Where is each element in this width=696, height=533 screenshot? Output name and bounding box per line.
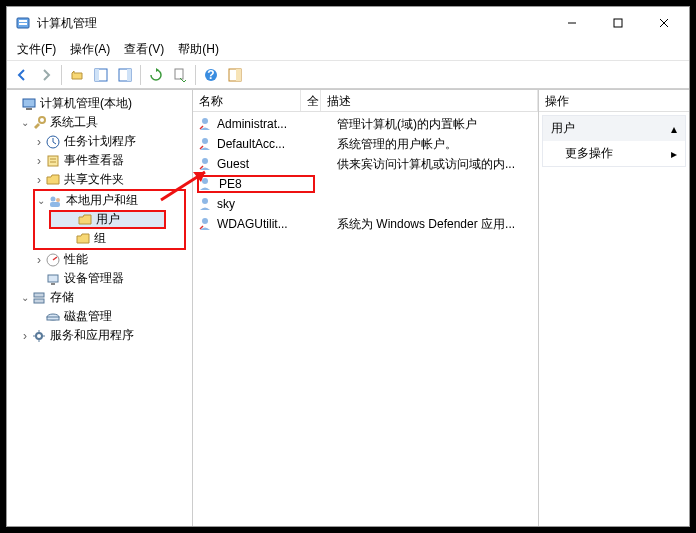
user-name: sky (217, 197, 317, 211)
actions-more[interactable]: 更多操作 ▸ (543, 141, 685, 166)
column-name[interactable]: 名称 (193, 90, 301, 111)
tree-label: 事件查看器 (64, 152, 124, 169)
svg-point-33 (36, 333, 42, 339)
twisty-icon[interactable] (33, 154, 45, 168)
user-description: 管理计算机(域)的内置帐户 (337, 116, 538, 133)
twisty-icon[interactable] (19, 329, 31, 343)
column-fullname[interactable]: 全 (301, 90, 321, 111)
help-button[interactable]: ? (200, 64, 222, 86)
forward-button[interactable] (35, 64, 57, 86)
twisty-icon[interactable] (33, 173, 45, 187)
tree-shared-folders[interactable]: 共享文件夹 (9, 170, 190, 189)
svg-rect-15 (236, 69, 241, 81)
tree-device-manager[interactable]: 设备管理器 (9, 269, 190, 288)
user-icon (197, 156, 213, 172)
storage-icon (31, 290, 47, 306)
user-description: 系统为 Windows Defender 应用... (337, 216, 538, 233)
disk-icon (45, 309, 61, 325)
tree-performance[interactable]: 性能 (9, 250, 190, 269)
list-item[interactable]: DefaultAcc... 系统管理的用户帐户。 (193, 134, 538, 154)
user-name: DefaultAcc... (217, 137, 317, 151)
actions-pane: 操作 用户 ▴ 更多操作 ▸ (539, 90, 689, 526)
tree-label: 系统工具 (50, 114, 98, 131)
user-name: PE8 (197, 175, 315, 193)
minimize-button[interactable] (549, 8, 595, 38)
highlight-box: 本地用户和组 用户 组 (33, 189, 186, 250)
device-icon (45, 271, 61, 287)
list-body[interactable]: Administrat... 管理计算机(域)的内置帐户 DefaultAcc.… (193, 112, 538, 526)
show-hide-tree-button[interactable] (90, 64, 112, 86)
twisty-icon[interactable] (33, 253, 45, 267)
menu-view[interactable]: 查看(V) (118, 39, 170, 60)
twisty-icon[interactable] (19, 292, 31, 303)
svg-rect-10 (127, 69, 131, 81)
twisty-icon[interactable] (19, 117, 31, 128)
list-header: 名称 全 描述 (193, 90, 538, 112)
event-icon (45, 153, 61, 169)
tree-system-tools[interactable]: 系统工具 (9, 113, 190, 132)
svg-point-40 (202, 198, 208, 204)
svg-rect-4 (614, 19, 622, 27)
maximize-button[interactable] (595, 8, 641, 38)
svg-rect-29 (34, 293, 44, 297)
actions-more-label: 更多操作 (565, 145, 613, 162)
close-button[interactable] (641, 8, 687, 38)
separator (61, 65, 62, 85)
app-window: 计算机管理 文件(F) 操作(A) 查看(V) 帮助(H) ? (6, 6, 690, 527)
svg-rect-30 (34, 299, 44, 303)
back-button[interactable] (11, 64, 33, 86)
performance-icon (45, 252, 61, 268)
app-icon (15, 15, 31, 31)
menubar: 文件(F) 操作(A) 查看(V) 帮助(H) (7, 39, 689, 61)
tree-services-apps[interactable]: 服务和应用程序 (9, 326, 190, 345)
menu-file[interactable]: 文件(F) (11, 39, 62, 60)
column-description[interactable]: 描述 (321, 90, 538, 111)
tree-label: 用户 (96, 211, 120, 228)
list-item[interactable]: Administrat... 管理计算机(域)的内置帐户 (193, 114, 538, 134)
tree-label: 组 (94, 230, 106, 247)
action-pane-button[interactable] (224, 64, 246, 86)
tree-groups[interactable]: 组 (35, 229, 184, 248)
tree-label: 任务计划程序 (64, 133, 136, 150)
actions-section-label: 用户 (551, 120, 575, 137)
folder-icon (77, 212, 93, 228)
svg-point-23 (51, 196, 56, 201)
window-title: 计算机管理 (37, 15, 549, 32)
tree-task-scheduler[interactable]: 任务计划程序 (9, 132, 190, 151)
list-pane: 名称 全 描述 Administrat... 管理计算机(域)的内置帐户 (193, 90, 539, 526)
tree-event-viewer[interactable]: 事件查看器 (9, 151, 190, 170)
window-buttons (549, 8, 687, 38)
list-item[interactable]: Guest 供来宾访问计算机或访问域的内... (193, 154, 538, 174)
tree-local-users-groups[interactable]: 本地用户和组 (35, 191, 184, 210)
services-icon (31, 328, 47, 344)
list-item[interactable]: WDAGUtilit... 系统为 Windows Defender 应用... (193, 214, 538, 234)
up-button[interactable] (66, 64, 88, 86)
actions-section-title[interactable]: 用户 ▴ (543, 116, 685, 141)
svg-rect-1 (19, 20, 27, 22)
user-name: WDAGUtilit... (217, 217, 317, 231)
user-name: Administrat... (217, 117, 317, 131)
twisty-icon[interactable] (33, 135, 45, 149)
properties-button[interactable] (114, 64, 136, 86)
tree-storage[interactable]: 存储 (9, 288, 190, 307)
refresh-button[interactable] (145, 64, 167, 86)
tree-disk-management[interactable]: 磁盘管理 (9, 307, 190, 326)
menu-action[interactable]: 操作(A) (64, 39, 116, 60)
list-item[interactable]: PE8 (193, 174, 538, 194)
tree-label: 计算机管理(本地) (40, 95, 132, 112)
tree-label: 设备管理器 (64, 270, 124, 287)
svg-point-38 (202, 158, 208, 164)
user-description: 供来宾访问计算机或访问域的内... (337, 156, 538, 173)
user-icon (197, 116, 213, 132)
list-item[interactable]: sky (193, 194, 538, 214)
tree-users[interactable]: 用户 (49, 210, 166, 229)
tree-pane[interactable]: 计算机管理(本地) 系统工具 任务计划程序 事件查看器 共享文件夹 (7, 90, 193, 526)
user-name: Guest (217, 157, 317, 171)
twisty-icon[interactable] (35, 195, 47, 206)
user-icon (197, 196, 213, 212)
svg-rect-27 (48, 275, 58, 282)
export-button[interactable] (169, 64, 191, 86)
tree-root[interactable]: 计算机管理(本地) (9, 94, 190, 113)
separator (140, 65, 141, 85)
menu-help[interactable]: 帮助(H) (172, 39, 225, 60)
